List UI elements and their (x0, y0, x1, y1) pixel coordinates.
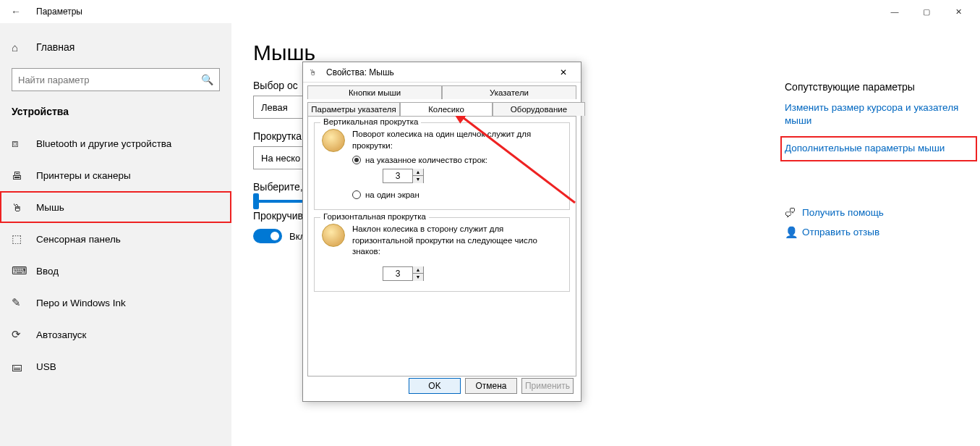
vscroll-legend: Вертикальная прокрутка (320, 117, 421, 126)
radio-icon (352, 156, 361, 164)
dialog-buttons: OK Отмена Применить (409, 378, 574, 394)
printer-icon: 🖶 (12, 169, 27, 182)
radio-label: на указанное количество строк: (365, 156, 487, 164)
minimize-button[interactable]: — (879, 1, 911, 22)
wheel-icon (322, 224, 345, 247)
help-label: Получить помощь (802, 207, 884, 218)
dialog-tabs-row2: Параметры указателя Колесико Оборудовани… (307, 102, 585, 116)
radio-lines[interactable]: на указанное количество строк: (352, 156, 562, 164)
horizontal-scroll-group: Горизонтальная прокрутка Наклон колесика… (314, 217, 570, 292)
maximize-button[interactable]: ▢ (911, 1, 942, 22)
spinner-down[interactable]: ▼ (413, 176, 423, 183)
sidebar-item-bluetooth[interactable]: ⧈ Bluetooth и другие устройства (0, 127, 231, 159)
autoplay-icon: ⟳ (12, 328, 27, 341)
search-box[interactable]: 🔍 (12, 68, 220, 91)
sidebar-item-label: Сенсорная панель (36, 234, 121, 245)
hscroll-chars-input[interactable] (383, 269, 412, 279)
hscroll-legend: Горизонтальная прокрутка (320, 212, 429, 221)
mouse-dialog-icon: 🖱 (309, 68, 322, 77)
slider-thumb[interactable] (253, 193, 259, 209)
radio-screen[interactable]: на один экран (352, 190, 562, 199)
dropdown-value: Левая (261, 102, 288, 113)
usb-icon: 🖴 (12, 361, 27, 373)
sidebar-item-typing[interactable]: ⌨ Ввод (0, 255, 231, 287)
spinner-up[interactable]: ▲ (413, 266, 423, 274)
link-additional-mouse-options[interactable]: Дополнительные параметры мыши (780, 136, 977, 161)
spinner-down[interactable]: ▼ (413, 274, 423, 281)
feedback-link[interactable]: 👤 Отправить отзыв (785, 226, 973, 239)
keyboard-icon: ⌨ (12, 264, 27, 277)
toggle-thumb (270, 232, 279, 240)
sidebar-item-label: Bluetooth и другие устройства (36, 138, 171, 149)
spinner-up[interactable]: ▲ (413, 169, 423, 176)
sidebar-item-label: Ввод (36, 266, 59, 277)
window-title: Параметры (26, 7, 82, 17)
tab-buttons[interactable]: Кнопки мыши (307, 85, 442, 99)
related-settings: Сопутствующие параметры Изменить размер … (785, 81, 973, 239)
sidebar-item-usb[interactable]: 🖴 USB (0, 350, 231, 382)
sidebar-group-header: Устройства (0, 101, 231, 127)
link-cursor-size[interactable]: Изменить размер курсора и указателя мыши (785, 101, 973, 127)
close-button[interactable]: ✕ (942, 1, 974, 22)
bluetooth-icon: ⧈ (12, 137, 27, 150)
sidebar-item-pen[interactable]: ✎ Перо и Windows Ink (0, 287, 231, 319)
vscroll-desc: Поворот колесика на один щелчок служит д… (352, 129, 562, 151)
vscroll-lines-spinner[interactable]: ▲ ▼ (383, 169, 424, 183)
dialog-close-button[interactable]: ✕ (552, 67, 575, 77)
radio-icon (352, 190, 361, 199)
feedback-label: Отправить отзыв (802, 227, 879, 237)
vscroll-lines-input[interactable] (383, 171, 412, 181)
mouse-properties-dialog: 🖱 Свойства: Мышь ✕ Кнопки мыши Указатели… (302, 62, 581, 402)
ok-button[interactable]: OK (409, 378, 461, 394)
sidebar-item-label: USB (36, 361, 56, 372)
cancel-button[interactable]: Отмена (465, 378, 517, 394)
radio-label: на один экран (365, 190, 419, 199)
tab-hardware[interactable]: Оборудование (493, 102, 585, 116)
hscroll-chars-spinner[interactable]: ▲ ▼ (383, 266, 424, 281)
pen-icon: ✎ (12, 296, 27, 309)
window-controls: — ▢ ✕ (879, 1, 974, 22)
wheel-icon (322, 129, 345, 152)
vertical-scroll-group: Вертикальная прокрутка Поворот колесика … (314, 122, 570, 210)
sidebar-item-label: Принтеры и сканеры (36, 170, 131, 181)
sidebar-item-autoplay[interactable]: ⟳ Автозапуск (0, 319, 231, 350)
tab-pointers[interactable]: Указатели (442, 85, 576, 99)
feedback-icon: 👤 (785, 226, 802, 239)
titlebar: ← Параметры — ▢ ✕ (0, 0, 980, 23)
home-icon: ⌂ (12, 41, 27, 54)
dialog-body: Вертикальная прокрутка Поворот колесика … (307, 116, 576, 376)
dialog-title: Свойства: Мышь (326, 67, 394, 77)
sidebar-item-label: Автозапуск (36, 329, 87, 340)
sidebar-item-label: Мышь (36, 202, 64, 213)
help-icon: 🗪 (785, 206, 802, 219)
home-nav[interactable]: ⌂ Главная (0, 30, 231, 64)
inactive-scroll-toggle[interactable]: Вкл (253, 229, 305, 243)
related-title: Сопутствующие параметры (785, 81, 973, 93)
touchpad-icon: ⬚ (12, 232, 27, 245)
tab-wheel[interactable]: Колесико (400, 102, 493, 116)
dropdown-value: На неско (261, 153, 300, 164)
search-input[interactable] (18, 75, 201, 85)
hscroll-desc: Наклон колесика в сторону служит для гор… (352, 224, 562, 258)
sidebar-item-printers[interactable]: 🖶 Принтеры и сканеры (0, 159, 231, 191)
sidebar-item-mouse[interactable]: 🖱 Мышь (0, 191, 231, 223)
mouse-icon: 🖱 (12, 201, 27, 214)
dialog-tabs-row1: Кнопки мыши Указатели (307, 85, 576, 99)
sidebar-item-label: Перо и Windows Ink (36, 298, 126, 308)
tab-pointer-options[interactable]: Параметры указателя (307, 102, 400, 116)
search-icon: 🔍 (201, 74, 213, 85)
help-link[interactable]: 🗪 Получить помощь (785, 206, 973, 219)
dialog-titlebar[interactable]: 🖱 Свойства: Мышь ✕ (303, 62, 581, 83)
apply-button[interactable]: Применить (521, 378, 574, 394)
toggle-track (253, 229, 282, 243)
sidebar-item-touchpad[interactable]: ⬚ Сенсорная панель (0, 223, 231, 255)
home-label: Главная (36, 41, 74, 53)
sidebar: ⌂ Главная 🔍 Устройства ⧈ Bluetooth и дру… (0, 23, 231, 446)
back-button[interactable]: ← (6, 6, 26, 17)
